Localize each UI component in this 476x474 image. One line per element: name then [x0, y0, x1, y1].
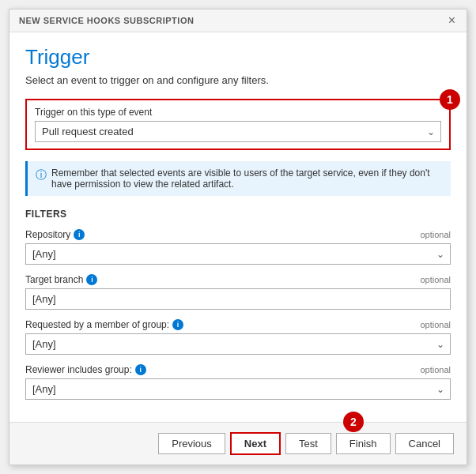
trigger-select[interactable]: Pull request created Code pushed Build c… [35, 121, 441, 142]
repository-select[interactable]: [Any] [25, 243, 451, 265]
repository-select-wrapper: [Any] ⌄ [25, 243, 451, 265]
finish-button[interactable]: Finish [336, 433, 391, 454]
requested-by-select-wrapper: [Any] ⌄ [25, 333, 451, 355]
dialog-titlebar: NEW SERVICE HOOKS SUBSCRIPTION × [9, 9, 467, 32]
reviewer-optional: optional [420, 365, 451, 374]
step-2-badge: 2 [343, 412, 364, 432]
reviewer-select[interactable]: [Any] [25, 378, 451, 400]
requested-by-label: Requested by a member of group: i [25, 319, 183, 330]
close-button[interactable]: × [447, 14, 457, 27]
page-heading: Trigger [25, 45, 451, 70]
target-branch-label: Target branch i [25, 274, 97, 285]
page-description: Select an event to trigger on and config… [25, 74, 451, 86]
target-branch-info-icon[interactable]: i [86, 274, 97, 285]
dialog-footer: 2 Previous Next Test Finish Cancel [9, 422, 467, 465]
target-branch-filter: Target branch i optional [25, 274, 451, 310]
dialog-body: Trigger Select an event to trigger on an… [9, 32, 467, 422]
requested-by-label-row: Requested by a member of group: i option… [25, 319, 451, 330]
next-button[interactable]: Next [230, 432, 281, 455]
trigger-section: 1 Trigger on this type of event Pull req… [25, 99, 451, 150]
trigger-field-label: Trigger on this type of event [35, 107, 441, 118]
requested-by-filter: Requested by a member of group: i option… [25, 319, 451, 355]
step-1-badge: 1 [440, 89, 460, 110]
repository-info-icon[interactable]: i [74, 229, 85, 240]
service-hooks-dialog: NEW SERVICE HOOKS SUBSCRIPTION × Trigger… [9, 9, 467, 465]
info-box: ⓘ Remember that selected events are visi… [25, 161, 451, 196]
cancel-button[interactable]: Cancel [395, 433, 454, 454]
info-icon: ⓘ [36, 168, 47, 190]
trigger-select-wrapper: Pull request created Code pushed Build c… [35, 121, 441, 142]
reviewer-label-row: Reviewer includes group: i optional [25, 364, 451, 375]
requested-by-info-icon[interactable]: i [172, 319, 183, 330]
repository-label: Repository i [25, 229, 85, 240]
requested-by-select[interactable]: [Any] [25, 333, 451, 355]
test-button[interactable]: Test [285, 433, 331, 454]
previous-button[interactable]: Previous [158, 433, 225, 454]
reviewer-info-icon[interactable]: i [135, 364, 146, 375]
repository-optional: optional [420, 230, 451, 239]
filters-heading: FILTERS [25, 209, 451, 220]
target-branch-label-row: Target branch i optional [25, 274, 451, 285]
reviewer-select-wrapper: [Any] ⌄ [25, 378, 451, 400]
target-branch-optional: optional [420, 275, 451, 284]
info-message: Remember that selected events are visibl… [51, 167, 443, 190]
requested-by-optional: optional [420, 320, 451, 329]
repository-filter: Repository i optional [Any] ⌄ [25, 229, 451, 265]
target-branch-input[interactable] [25, 288, 451, 310]
reviewer-filter: Reviewer includes group: i optional [Any… [25, 364, 451, 400]
repository-label-row: Repository i optional [25, 229, 451, 240]
dialog-title: NEW SERVICE HOOKS SUBSCRIPTION [19, 16, 194, 25]
reviewer-label: Reviewer includes group: i [25, 364, 146, 375]
